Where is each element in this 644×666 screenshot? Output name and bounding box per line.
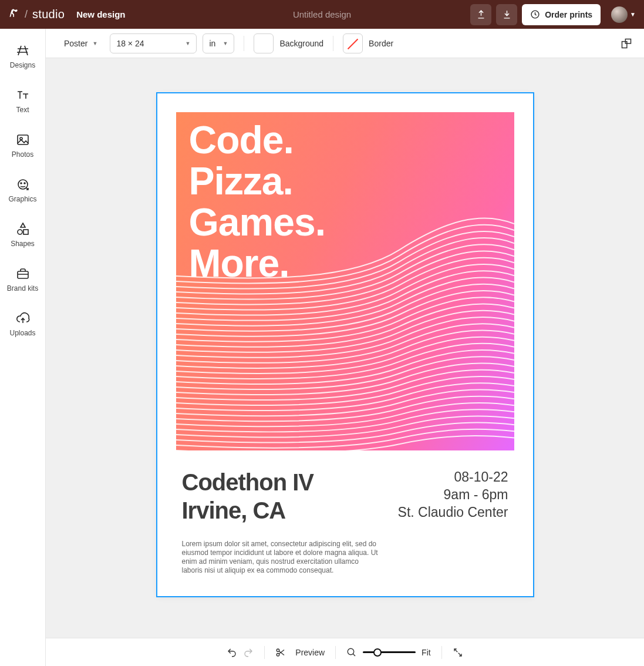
expand-icon [453,647,463,658]
svg-rect-1 [18,135,28,144]
zoom-out-button[interactable] [346,647,357,658]
avatar-icon [611,6,628,23]
scissors-icon [275,647,286,658]
account-menu[interactable]: ▼ [608,6,636,23]
logo[interactable]: / studio [8,7,65,22]
unit-dropdown[interactable]: in ▼ [203,33,234,53]
sidebar-item-label: Text [16,106,29,114]
undo-icon [227,647,237,658]
border-color-swatch[interactable] [343,33,363,53]
logo-divider: / [25,8,28,21]
svg-point-3 [18,180,28,189]
chevron-down-icon: ▼ [222,41,228,46]
poster-info-row: Codethon IV Irvine, CA 08-10-22 9am - 6p… [182,468,508,524]
fullscreen-button[interactable] [453,647,463,658]
clock-icon [530,9,540,19]
sidebar-item-label: Designs [10,61,35,69]
redo-button[interactable] [243,647,254,658]
fit-button[interactable]: Fit [422,648,431,657]
sidebar-item-brand-kits[interactable]: Brand kits [4,259,42,300]
chevron-down-icon: ▼ [92,41,97,46]
event-title: Codethon IV [182,468,314,496]
toolbar-divider [333,36,333,51]
briefcase-icon [16,267,30,281]
svg-rect-7 [23,230,28,234]
bottom-toolbar: Preview Fit [46,638,644,666]
sidebar-item-shapes[interactable]: Shapes [4,214,42,255]
sidebar-item-uploads[interactable]: Uploads [4,304,42,345]
order-prints-button[interactable]: Order prints [522,4,601,25]
orientation-toggle[interactable] [621,38,632,49]
svg-rect-9 [622,41,627,48]
document-toolbar: Poster ▼ 18 × 24 ▼ in ▼ Background Borde… [46,29,644,58]
sidebar-item-label: Graphics [8,195,36,203]
wave-graphic [176,204,514,450]
sidebar-item-photos[interactable]: Photos [4,125,42,166]
chevron-down-icon: ▼ [630,11,636,18]
sidebar-item-label: Uploads [9,329,35,337]
graphics-icon [16,177,30,191]
poster-hero[interactable]: Code. Pizza. Games. More. [176,112,514,450]
svg-rect-8 [18,271,28,278]
event-date: 08-10-22 [398,468,508,486]
text-icon [16,88,30,102]
preview-label: Preview [295,648,325,657]
event-city: Irvine, CA [182,496,314,524]
logo-text: studio [32,8,65,21]
svg-point-12 [277,653,280,656]
shapes-icon [16,222,30,236]
unit-value: in [209,39,215,48]
order-prints-label: Order prints [545,10,592,19]
undo-button[interactable] [227,647,237,658]
svg-point-5 [24,183,25,184]
redo-icon [243,647,254,658]
background-color-swatch[interactable] [254,33,274,53]
poster-event-block[interactable]: Codethon IV Irvine, CA [182,468,314,524]
toolbar-divider [335,646,336,659]
zoom-slider[interactable] [363,647,416,658]
sidebar-item-label: Photos [12,150,33,159]
new-design-button[interactable]: New design [76,9,125,19]
poster-details-block[interactable]: 08-10-22 9am - 6pm St. Claudio Center [398,468,508,524]
size-value: 18 × 24 [116,39,144,48]
cloud-upload-icon [16,311,30,325]
type-value: Poster [64,39,87,48]
download-button[interactable] [496,4,517,25]
sidebar-item-designs[interactable]: Designs [4,36,42,77]
share-upload-button[interactable] [470,4,491,25]
sidebar-item-text[interactable]: Text [4,80,42,122]
event-venue: St. Claudio Center [398,503,508,521]
chevron-down-icon: ▼ [185,41,190,46]
svg-point-6 [18,230,22,234]
background-label: Background [279,39,323,48]
sidebar-item-graphics[interactable]: Graphics [4,170,42,211]
border-label: Border [369,39,393,48]
type-dropdown[interactable]: Poster ▼ [58,33,104,53]
svg-point-13 [348,648,354,655]
svg-point-11 [277,649,280,652]
designs-icon [16,43,30,58]
orientation-icon [621,38,632,49]
app-header: / studio New design Untitled design Orde… [0,0,644,29]
svg-point-4 [21,183,22,184]
horse-logo-icon [8,7,20,22]
event-time: 9am - 6pm [398,486,508,503]
poster-description[interactable]: Lorem ipsum dolor sit amet, consectetur … [182,540,382,575]
sidebar-item-label: Brand kits [7,284,38,292]
size-dropdown[interactable]: 18 × 24 ▼ [110,33,197,53]
photos-icon [16,133,30,147]
canvas-area[interactable]: Code. Pizza. Games. More. Codethon IV Ir… [46,58,644,638]
design-title-input[interactable]: Untitled design [293,9,351,19]
toolbar-divider [244,36,244,51]
sidebar-item-label: Shapes [11,240,35,248]
preview-button[interactable]: Preview [275,647,325,658]
left-sidebar: Designs Text Photos Graphics Shapes Bran… [0,29,46,666]
magnifier-icon [346,647,357,658]
toolbar-divider [264,646,265,659]
toolbar-divider [441,646,442,659]
artboard[interactable]: Code. Pizza. Games. More. Codethon IV Ir… [157,93,533,596]
